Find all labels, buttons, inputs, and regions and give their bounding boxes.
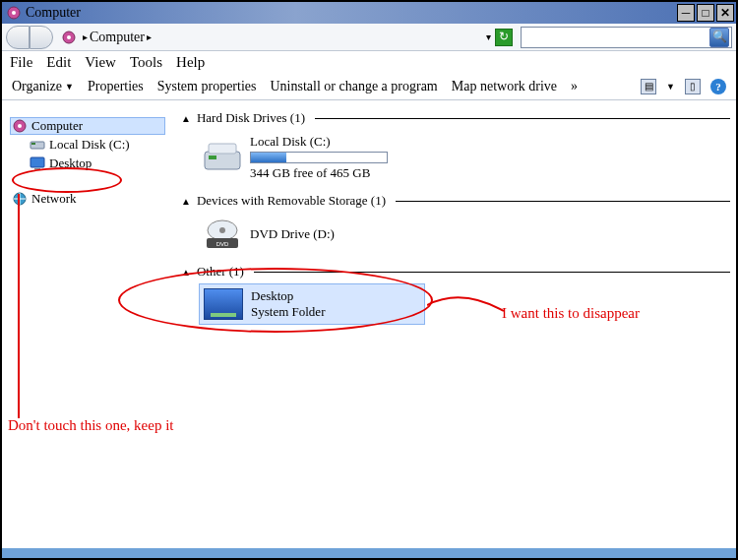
back-button[interactable] [6,26,30,49]
chevron-down-icon: ▼ [65,82,74,92]
menu-view[interactable]: View [85,54,116,71]
svg-point-5 [18,124,22,128]
search-box[interactable]: 🔍 [521,27,732,48]
drive-name: Local Disk (C:) [250,134,388,150]
svg-rect-9 [34,168,40,170]
search-input[interactable] [523,29,709,46]
hdd-icon [203,140,242,175]
content-pane: ▲ Hard Disk Drives (1) Local Disk (C:) 3… [169,102,736,546]
tree-label: Local Disk (C:) [49,137,130,153]
menu-tools[interactable]: Tools [130,54,162,71]
svg-rect-8 [31,157,44,167]
chevron-right-icon: ▸ [147,31,152,42]
svg-point-3 [67,35,71,39]
desktop-icon [30,156,45,171]
breadcrumb-icon [61,30,77,45]
minimize-button[interactable]: ─ [677,4,695,22]
refresh-button[interactable]: ↻ [495,29,513,46]
svg-rect-7 [31,143,35,145]
drive-dvd-d[interactable]: DVD DVD Drive (D:) [199,213,730,256]
map-drive-button[interactable]: Map network drive [452,79,557,94]
item-name: Desktop [251,288,325,304]
collapse-icon: ▲ [181,113,191,124]
item-type: System Folder [251,304,325,320]
network-icon [12,191,28,207]
svg-point-15 [219,227,225,233]
group-header-other[interactable]: ▲ Other (1) [181,264,730,280]
collapse-icon: ▲ [181,267,191,278]
group-label: Hard Disk Drives (1) [197,110,305,126]
group-label: Devices with Removable Storage (1) [197,193,386,209]
svg-point-1 [12,11,16,15]
nav-bar: ▸ Computer ▸ ▾ ↻ 🔍 [2,24,736,51]
window-title: Computer [26,5,81,21]
app-icon [6,5,22,21]
search-button[interactable]: 🔍 [709,28,729,47]
preview-pane-button[interactable]: ▯ [685,79,701,94]
navigation-pane: Computer Local Disk (C:) Desktop Network [2,102,169,546]
menu-help[interactable]: Help [176,54,205,71]
uninstall-button[interactable]: Uninstall or change a program [270,79,437,94]
breadcrumb-item[interactable]: Computer [90,30,145,45]
drive-local-disk-c[interactable]: Local Disk (C:) 344 GB free of 465 GB [199,130,730,185]
svg-rect-11 [205,152,240,169]
collapse-icon: ▲ [181,196,191,207]
tree-label: Network [31,191,77,207]
menu-bar: File Edit View Tools Help [2,51,736,73]
menu-edit[interactable]: Edit [46,54,71,71]
help-button[interactable]: ? [710,79,726,94]
drive-free: 344 GB free of 465 GB [250,165,388,181]
breadcrumb-bar[interactable]: ▸ Computer ▸ ▾ ↻ [57,27,517,48]
item-desktop-system-folder[interactable]: Desktop System Folder [199,283,425,325]
organize-button[interactable]: Organize▼ [12,79,74,94]
tree-item-network[interactable]: Network [10,190,165,208]
svg-rect-12 [209,156,216,159]
view-mode-button[interactable]: ▤ [641,79,656,94]
chevron-right-icon: ▸ [83,31,88,42]
properties-button[interactable]: Properties [88,79,144,94]
group-header-hdd[interactable]: ▲ Hard Disk Drives (1) [181,110,730,126]
drive-name: DVD Drive (D:) [250,226,335,242]
svg-rect-13 [209,144,236,154]
title-bar: Computer ─ □ ✕ [2,2,736,24]
system-properties-button[interactable]: System properties [157,79,257,94]
close-button[interactable]: ✕ [716,4,734,22]
forward-button[interactable] [30,26,53,49]
desktop-monitor-icon [204,288,243,320]
dvd-drive-icon: DVD [203,217,242,252]
toolbar-overflow[interactable]: » [571,79,578,94]
status-bar-strip [2,548,736,558]
group-label: Other (1) [197,264,244,280]
body: Computer Local Disk (C:) Desktop Network… [2,102,736,546]
chevron-down-icon[interactable]: ▾ [486,31,491,42]
command-bar: Organize▼ Properties System properties U… [2,73,736,100]
menu-file[interactable]: File [10,54,32,71]
tree-item-computer[interactable]: Computer [10,117,165,135]
drive-icon [30,137,45,153]
tree-label: Desktop [49,156,92,171]
tree-label: Computer [31,118,83,134]
tree-item-desktop[interactable]: Desktop [28,155,165,172]
explorer-window: Computer ─ □ ✕ ▸ Computer ▸ ▾ ↻ 🔍 [0,0,738,560]
computer-icon [12,118,28,134]
group-header-removable[interactable]: ▲ Devices with Removable Storage (1) [181,193,730,209]
maximize-button[interactable]: □ [697,4,714,22]
chevron-down-icon: ▼ [666,82,675,92]
space-gauge [250,152,388,163]
tree-item-local-disk[interactable]: Local Disk (C:) [28,136,165,154]
svg-text:DVD: DVD [216,241,229,247]
